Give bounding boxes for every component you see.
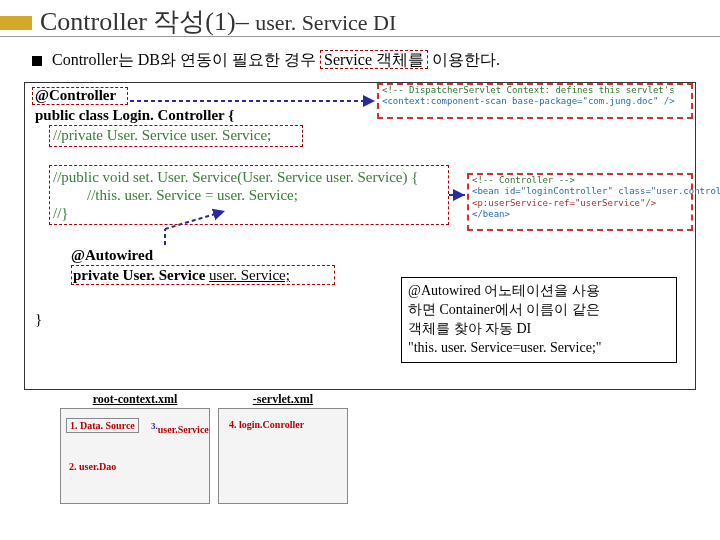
title-main: Controller 작성(1)–	[40, 7, 249, 36]
snippet-1-a: <!-- DispatcherServlet Context: defines …	[379, 85, 691, 96]
item-datasource: 1. Data. Source	[66, 418, 139, 433]
code-l1: @Controller	[35, 87, 116, 104]
code-l7: @Autowired	[71, 247, 153, 264]
code-l4: //public void set. User. Service(User. S…	[53, 169, 418, 186]
snippet-2-c: <p:userService-ref="userService"/>	[469, 198, 691, 209]
code-l5: //this. user. Service = user. Service;	[87, 187, 298, 204]
bullet-boxed: Service 객체를	[320, 50, 428, 69]
code-l9: }	[35, 311, 42, 328]
bullet-prefix: Controller는 DB와 연동이 필요한 경우	[52, 51, 316, 68]
code-l8: private User. Service user. Service;	[73, 267, 290, 284]
code-l6: //}	[53, 205, 69, 222]
bullet-row: Controller는 DB와 연동이 필요한 경우 Service 객체를 이…	[32, 50, 500, 71]
item-userservice: 3.user.Service	[148, 420, 212, 436]
note-l2: 하면 Container에서 이름이 같은	[408, 301, 670, 320]
page-title: Controller 작성(1)– user. Service DI	[40, 4, 396, 39]
note-l3: 객체를 찾아 자동 DI	[408, 320, 670, 339]
snippet-2-a: <!-- Controller -->	[469, 175, 691, 186]
code-l2: public class Login. Controller {	[35, 107, 234, 124]
accent-bar	[0, 16, 32, 30]
bullet-icon	[32, 56, 42, 66]
servlet-label: -servlet.xml	[218, 392, 348, 407]
note-box: @Autowired 어노테이션을 사용 하면 Container에서 이름이 …	[401, 277, 677, 363]
snippet-1: <!-- DispatcherServlet Context: defines …	[377, 83, 693, 119]
title-underline	[0, 36, 720, 37]
code-l3: //private User. Service user. Service;	[53, 127, 271, 144]
snippet-1-b: <context:component-scan base-package="co…	[379, 96, 691, 107]
title-sub: user. Service DI	[255, 10, 396, 35]
snippet-2-b: <bean id="loginController" class="user.c…	[469, 186, 691, 197]
item-userdao: 2. user.Dao	[66, 460, 119, 473]
item-logincontroller: 4. login.Conroller	[226, 418, 307, 431]
snippet-2-d: </bean>	[469, 209, 691, 220]
note-l4: "this. user. Service=user. Service;"	[408, 339, 670, 358]
snippet-2: <!-- Controller --> <bean id="loginContr…	[467, 173, 693, 231]
root-context-label: root-context.xml	[60, 392, 210, 407]
note-l1: @Autowired 어노테이션을 사용	[408, 282, 670, 301]
bullet-suffix: 이용한다.	[432, 51, 500, 68]
code-box: @Controller public class Login. Controll…	[24, 82, 696, 390]
